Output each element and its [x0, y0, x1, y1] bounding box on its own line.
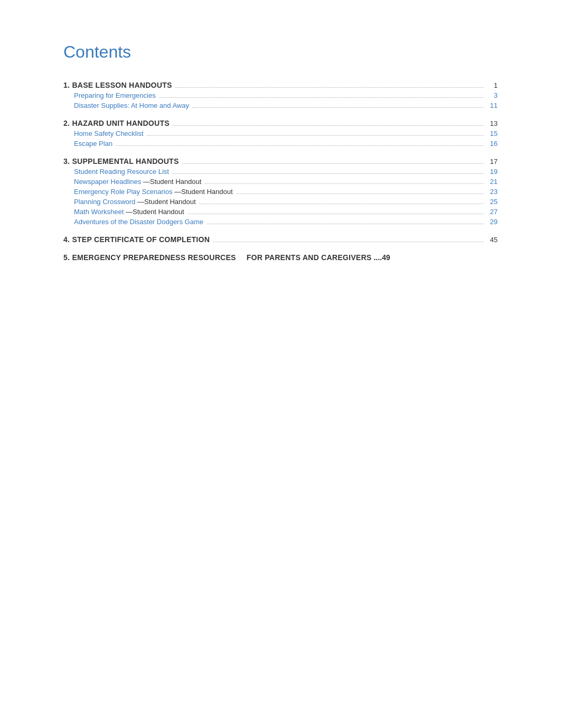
- section4-page: 45: [487, 236, 498, 244]
- toc-row-preparing: Preparing for Emergencies 3: [63, 91, 498, 99]
- preparing-page: 3: [487, 91, 498, 99]
- adventures-label: Adventures of the Disaster Dodgers Game: [74, 218, 203, 226]
- section1-dots: [175, 87, 484, 88]
- toc-row-section1: 1. BASE LESSON HANDOUTS 1: [63, 81, 498, 89]
- emergency-roleplay-page: 23: [487, 188, 498, 196]
- toc-section-3: 3. SUPPLEMENTAL HANDOUTS 17 Student Read…: [63, 157, 498, 226]
- student-reading-label: Student Reading Resource List: [74, 168, 169, 176]
- toc-row-emergency-roleplay: Emergency Role Play Scenarios —Student H…: [63, 188, 498, 196]
- escape-page: 16: [487, 140, 498, 148]
- disaster-label: Disaster Supplies: At Home and Away: [74, 102, 189, 109]
- newspaper-page: 21: [487, 178, 498, 186]
- newspaper-label: Newspaper Headlines —Student Handout: [74, 178, 201, 186]
- math-worksheet-label: Math Worksheet —Student Handout: [74, 208, 184, 216]
- toc-row-math-worksheet: Math Worksheet —Student Handout 27: [63, 208, 498, 216]
- toc-row-home-safety: Home Safety Checklist 15: [63, 130, 498, 137]
- table-of-contents: 1. BASE LESSON HANDOUTS 1 Preparing for …: [63, 81, 498, 262]
- toc-row-section4: 4. STEP CERTIFICATE OF COMPLETION 45: [63, 235, 498, 244]
- section5-page: ....49: [373, 253, 390, 262]
- toc-row-section5: 5. EMERGENCY PREPAREDNESS RESOURCES FOR …: [63, 253, 498, 262]
- math-worksheet-dots: [188, 214, 484, 214]
- disaster-page: 11: [487, 102, 498, 109]
- toc-row-student-reading: Student Reading Resource List 19: [63, 168, 498, 176]
- adventures-dots: [207, 224, 484, 224]
- section4-label: 4. STEP CERTIFICATE OF COMPLETION: [63, 235, 210, 244]
- section3-page: 17: [487, 158, 498, 165]
- toc-section-2: 2. HAZARD UNIT HANDOUTS 13 Home Safety C…: [63, 119, 498, 148]
- preparing-dots: [159, 97, 484, 98]
- disaster-dots: [192, 107, 484, 108]
- page-title: Contents: [63, 42, 498, 62]
- section2-label: 2. HAZARD UNIT HANDOUTS: [63, 119, 170, 127]
- home-safety-dots: [147, 135, 484, 136]
- home-safety-label: Home Safety Checklist: [74, 130, 144, 137]
- escape-dots: [116, 145, 484, 146]
- section5-right-label: FOR PARENTS AND CAREGIVERS: [247, 253, 372, 262]
- toc-row-disaster: Disaster Supplies: At Home and Away 11: [63, 102, 498, 109]
- home-safety-page: 15: [487, 130, 498, 137]
- adventures-page: 29: [487, 218, 498, 226]
- emergency-roleplay-label: Emergency Role Play Scenarios —Student H…: [74, 188, 233, 196]
- planning-crossword-dots: [199, 204, 484, 204]
- section3-dots: [182, 163, 484, 164]
- toc-section-5: 5. EMERGENCY PREPAREDNESS RESOURCES FOR …: [63, 253, 498, 262]
- emergency-roleplay-dots: [236, 193, 484, 194]
- toc-row-adventures: Adventures of the Disaster Dodgers Game …: [63, 218, 498, 226]
- toc-section-4: 4. STEP CERTIFICATE OF COMPLETION 45: [63, 235, 498, 244]
- section1-label: 1. BASE LESSON HANDOUTS: [63, 81, 172, 89]
- toc-row-section3: 3. SUPPLEMENTAL HANDOUTS 17: [63, 157, 498, 165]
- toc-row-escape: Escape Plan 16: [63, 140, 498, 148]
- planning-crossword-label: Planning Crossword —Student Handout: [74, 198, 196, 206]
- toc-section-1: 1. BASE LESSON HANDOUTS 1 Preparing for …: [63, 81, 498, 109]
- newspaper-dots: [204, 183, 484, 184]
- section4-dots: [213, 242, 484, 242]
- planning-crossword-page: 25: [487, 198, 498, 206]
- escape-label: Escape Plan: [74, 140, 113, 148]
- student-reading-dots: [172, 173, 484, 174]
- toc-row-section2: 2. HAZARD UNIT HANDOUTS 13: [63, 119, 498, 127]
- section3-label: 3. SUPPLEMENTAL HANDOUTS: [63, 157, 179, 165]
- section5-left-label: 5. EMERGENCY PREPAREDNESS RESOURCES: [63, 253, 236, 262]
- section2-dots: [173, 125, 484, 126]
- section2-page: 13: [487, 119, 498, 127]
- student-reading-page: 19: [487, 168, 498, 176]
- math-worksheet-page: 27: [487, 208, 498, 216]
- toc-row-newspaper: Newspaper Headlines —Student Handout 21: [63, 178, 498, 186]
- preparing-label: Preparing for Emergencies: [74, 91, 156, 99]
- toc-row-planning-crossword: Planning Crossword —Student Handout 25: [63, 198, 498, 206]
- section1-page: 1: [487, 81, 498, 89]
